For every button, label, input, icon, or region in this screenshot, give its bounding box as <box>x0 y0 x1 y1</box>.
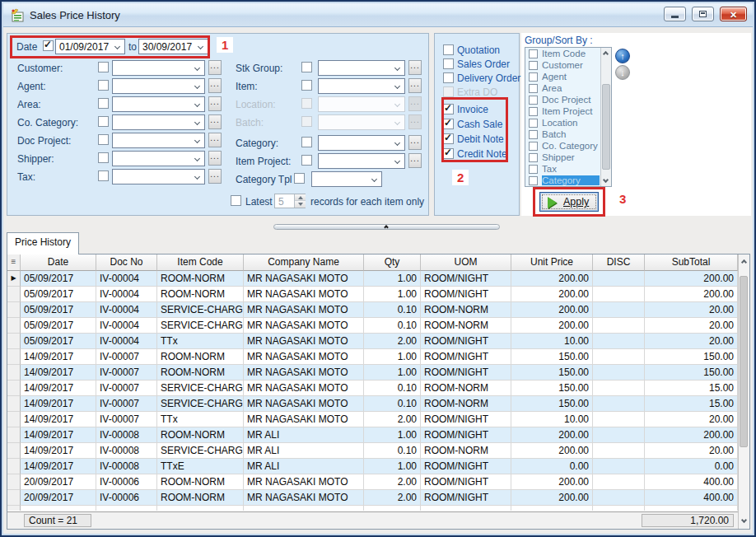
table-row[interactable]: 05/09/2017IV-00004ROOM-NORMMR NAGASAKI M… <box>7 287 738 302</box>
filter-combo[interactable] <box>112 151 205 166</box>
groupsort-item[interactable]: Location <box>526 118 600 129</box>
tab-price-history[interactable]: Price History <box>7 232 79 254</box>
scroll-up-icon[interactable] <box>741 259 747 265</box>
table-row[interactable]: 05/09/2017IV-00004SERVICE-CHARGEMR NAGAS… <box>7 318 738 334</box>
browse-button[interactable]: ... <box>208 169 222 184</box>
browse-button[interactable]: ... <box>408 135 422 150</box>
category-tpl-combo[interactable] <box>311 171 382 187</box>
doc-type-checkbox-delivery-order[interactable] <box>443 72 454 83</box>
maximize-button[interactable] <box>692 7 714 21</box>
close-button[interactable] <box>720 7 747 21</box>
doc-type-checkbox-sales-order[interactable] <box>443 58 454 69</box>
filter-checkbox[interactable] <box>98 134 109 145</box>
filter-combo[interactable] <box>112 96 205 112</box>
filter-checkbox[interactable] <box>301 155 312 166</box>
filter-combo[interactable] <box>318 153 405 169</box>
browse-button[interactable]: ... <box>208 78 222 93</box>
filter-checkbox[interactable] <box>294 173 305 184</box>
table-row[interactable]: 14/09/2017IV-00007ROOM-NORMMR NAGASAKI M… <box>7 365 738 381</box>
filter-combo[interactable] <box>112 78 205 94</box>
browse-button[interactable]: ... <box>408 60 422 75</box>
table-row[interactable]: 14/09/2017IV-00007SERVICE-CHARGEMR NAGAS… <box>7 396 738 412</box>
filter-combo[interactable] <box>318 60 405 76</box>
filter-combo[interactable] <box>318 78 405 94</box>
table-row[interactable]: 14/09/2017IV-00008SERVICE-CHARGEMR ALI0.… <box>7 443 738 459</box>
item-checkbox[interactable] <box>529 142 538 151</box>
filter-checkbox[interactable] <box>301 137 312 147</box>
latest-checkbox[interactable] <box>231 195 241 206</box>
filter-combo[interactable] <box>112 169 205 184</box>
table-row[interactable]: 05/09/2017IV-00004SERVICE-CHARGEMR NAGAS… <box>7 302 738 318</box>
item-checkbox[interactable] <box>529 49 538 58</box>
groupsort-item[interactable]: Tax <box>526 164 600 175</box>
groupsort-item[interactable]: Doc Project <box>526 95 600 106</box>
browse-button[interactable]: ... <box>208 96 222 111</box>
filter-combo[interactable] <box>112 133 205 148</box>
browse-button[interactable]: ... <box>408 153 422 168</box>
groupsort-item[interactable]: Shipper <box>526 152 600 164</box>
header-cell-uom[interactable]: UOM <box>421 254 511 271</box>
filter-combo[interactable] <box>112 114 205 130</box>
filter-checkbox[interactable] <box>301 62 312 72</box>
browse-button[interactable]: ... <box>208 60 222 75</box>
scroll-thumb[interactable] <box>602 84 610 170</box>
item-checkbox[interactable] <box>529 107 538 116</box>
filter-checkbox[interactable] <box>98 170 109 181</box>
item-checkbox[interactable] <box>529 119 538 128</box>
table-row[interactable]: 20/09/2017IV-00006ROOM-NORMMR NAGASAKI M… <box>7 490 738 506</box>
groupsort-item[interactable]: Batch <box>526 129 600 141</box>
table-row[interactable]: 20/09/2017IV-00006ROOM-NORMMR NAGASAKI M… <box>7 474 738 490</box>
table-row[interactable]: 05/09/2017IV-00004TTxMR NAGASAKI MOTO2.0… <box>7 334 738 349</box>
table-row[interactable]: ▶05/09/2017IV-00004ROOM-NORMMR NAGASAKI … <box>7 271 738 287</box>
doc-type-checkbox-quotation[interactable] <box>443 44 454 55</box>
table-row[interactable]: 14/09/2017IV-00008TTxEMR ALI1.00ROOM/NIG… <box>7 459 738 474</box>
header-cell-company-name[interactable]: Company Name <box>244 254 364 271</box>
item-checkbox[interactable] <box>529 176 538 185</box>
splitter-handle[interactable] <box>273 224 500 230</box>
item-checkbox[interactable] <box>529 61 538 70</box>
scroll-down-icon[interactable] <box>603 177 609 183</box>
list-scrollbar[interactable] <box>600 48 611 186</box>
header-cell-item-code[interactable]: Item Code <box>157 254 244 271</box>
filter-checkbox[interactable] <box>98 116 109 127</box>
filter-checkbox[interactable] <box>98 98 109 109</box>
table-row[interactable]: 14/09/2017IV-00008ROOM-NORMMR ALI1.00ROO… <box>7 427 738 443</box>
item-checkbox[interactable] <box>529 96 538 105</box>
header-cell-disc[interactable]: DISC <box>593 254 645 271</box>
latest-count-spinner[interactable]: 5 <box>274 194 306 208</box>
table-row[interactable]: 14/09/2017IV-00007ROOM-NORMMR NAGASAKI M… <box>7 349 738 365</box>
browse-button[interactable]: ... <box>208 151 222 166</box>
filter-checkbox[interactable] <box>301 80 312 91</box>
groupsort-item[interactable]: Category <box>526 175 600 185</box>
item-checkbox[interactable] <box>529 153 538 162</box>
scroll-thumb[interactable] <box>740 276 748 447</box>
filter-checkbox[interactable] <box>98 80 109 91</box>
header-cell-unit-price[interactable]: Unit Price <box>511 254 593 271</box>
grid-vscrollbar[interactable] <box>738 254 749 529</box>
spinner-buttons[interactable] <box>294 194 305 208</box>
groupsort-item[interactable]: Agent <box>526 72 600 83</box>
spinner-down-icon[interactable] <box>295 201 306 208</box>
filter-checkbox[interactable] <box>98 152 109 163</box>
item-checkbox[interactable] <box>529 130 538 139</box>
table-row[interactable]: 14/09/2017IV-00007SERVICE-CHARGEMR NAGAS… <box>7 381 738 396</box>
item-checkbox[interactable] <box>529 72 538 82</box>
header-cell-doc-no[interactable]: Doc No <box>96 254 157 271</box>
table-row[interactable]: 14/09/2017IV-00007TTxMR NAGASAKI MOTO2.0… <box>7 412 738 427</box>
move-up-button[interactable]: ↑ <box>615 49 630 63</box>
filter-combo[interactable] <box>318 135 405 151</box>
item-checkbox[interactable] <box>529 165 538 174</box>
groupsort-item[interactable]: Area <box>526 83 600 95</box>
filter-checkbox[interactable] <box>98 62 109 72</box>
groupsort-item[interactable]: Item Project <box>526 106 600 118</box>
header-cell-date[interactable]: Date <box>21 254 96 271</box>
browse-button[interactable]: ... <box>208 114 222 129</box>
item-checkbox[interactable] <box>529 84 538 93</box>
groupsort-item[interactable]: Item Code <box>526 49 600 60</box>
scroll-up-icon[interactable] <box>603 51 609 57</box>
browse-button[interactable]: ... <box>208 133 222 147</box>
minimize-button[interactable] <box>664 7 686 21</box>
browse-button[interactable]: ... <box>408 78 422 93</box>
scroll-down-icon[interactable] <box>741 517 747 523</box>
groupsort-item[interactable]: Co. Category <box>526 141 600 152</box>
